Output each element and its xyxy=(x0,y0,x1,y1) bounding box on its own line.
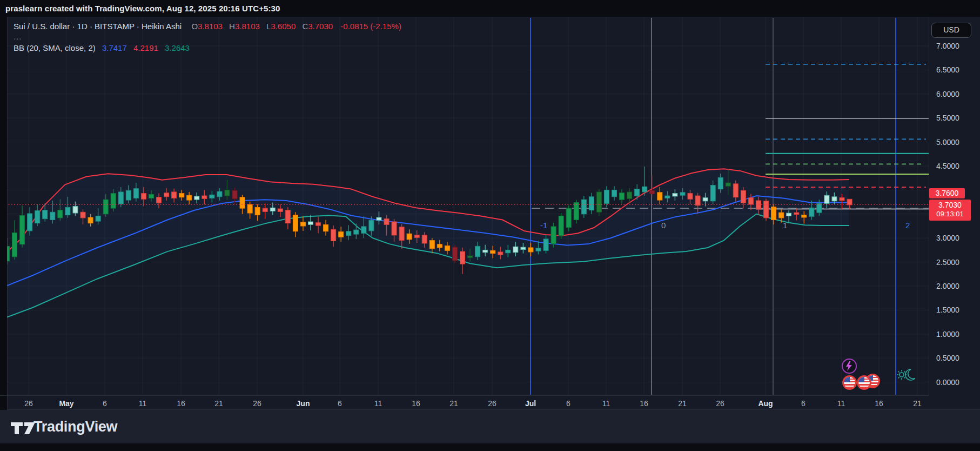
candle xyxy=(475,246,480,257)
chart-plot-area[interactable] xyxy=(0,17,929,410)
candle xyxy=(452,247,457,261)
candle xyxy=(157,197,162,203)
time-axis-label: 21 xyxy=(913,399,922,408)
candle xyxy=(361,227,366,233)
candle xyxy=(764,201,769,218)
candle xyxy=(50,212,55,220)
chart-legend: Sui / U.S. dollar · 1D · BITSTAMP · Heik… xyxy=(14,22,401,52)
candle xyxy=(566,208,571,228)
candle xyxy=(392,222,397,235)
price-axis-label: 0.0000 xyxy=(936,378,959,387)
time-axis-label: 26 xyxy=(253,399,261,408)
candle xyxy=(688,194,693,200)
candle xyxy=(635,189,640,196)
candle xyxy=(118,192,123,204)
price-axis-label: 1.5000 xyxy=(936,306,959,314)
footer-bar: TradingView xyxy=(0,410,980,443)
candle xyxy=(88,217,93,223)
alert-price-label[interactable]: 3.7600 xyxy=(929,188,965,198)
left-margin xyxy=(0,17,7,410)
candle xyxy=(172,192,177,198)
attribution-text: praslearn created with TradingView.com, … xyxy=(5,4,280,13)
candle xyxy=(346,231,351,236)
tradingview-wordmark[interactable]: TradingView xyxy=(33,419,117,435)
more-indicators-ellipsis[interactable]: ... xyxy=(14,34,401,39)
candle xyxy=(422,235,427,243)
candle xyxy=(354,230,359,234)
candle xyxy=(756,201,761,209)
candle xyxy=(733,184,738,197)
price-axis-label: 0.5000 xyxy=(936,354,959,362)
current-price-value: 3.7030 xyxy=(929,201,971,209)
candle xyxy=(247,204,252,213)
time-axis-label: 26 xyxy=(24,399,33,408)
candle xyxy=(802,215,807,217)
candle xyxy=(133,189,138,198)
time-axis-label: 6 xyxy=(103,399,107,408)
candle xyxy=(73,207,78,213)
candle xyxy=(718,177,723,189)
candle xyxy=(232,190,237,198)
candle xyxy=(202,196,207,198)
candle xyxy=(832,197,837,201)
flag-icon[interactable] xyxy=(857,375,871,390)
symbol-description[interactable]: Sui / U.S. dollar · 1D · BITSTAMP · Heik… xyxy=(14,22,182,31)
candle xyxy=(840,198,844,201)
cycle-number-label: 2 xyxy=(905,221,910,230)
candle xyxy=(285,210,290,223)
price-axis-label: 2.5000 xyxy=(936,258,959,267)
current-price-label[interactable]: 3.7030 09:13:01 xyxy=(929,200,971,221)
candle xyxy=(65,207,70,215)
candle xyxy=(437,244,442,248)
candle xyxy=(741,190,746,203)
candle xyxy=(581,200,586,214)
time-axis-label: 21 xyxy=(449,399,458,408)
price-axis-label: 2.0000 xyxy=(936,282,959,290)
time-axis-label: 16 xyxy=(177,399,185,408)
time-axis-label: 16 xyxy=(875,399,883,408)
candle xyxy=(240,197,245,208)
candle xyxy=(414,235,419,237)
candle xyxy=(809,208,814,216)
lightning-icon[interactable] xyxy=(842,359,857,374)
candle xyxy=(324,224,328,231)
candle xyxy=(126,190,131,200)
candle xyxy=(824,195,829,203)
time-axis[interactable]: 26May611162126Jun611162126Jul611162126Au… xyxy=(0,395,929,410)
candle xyxy=(620,193,625,200)
flag-icon[interactable] xyxy=(842,375,857,390)
candle xyxy=(80,212,85,218)
open-value: 3.8103 xyxy=(198,22,223,31)
change-value: -0.0815 (-2.15%) xyxy=(340,22,401,31)
candle xyxy=(308,222,313,224)
candle xyxy=(650,190,655,194)
candle xyxy=(429,241,434,249)
candle xyxy=(111,194,116,209)
candle xyxy=(331,229,336,241)
candle xyxy=(278,209,283,211)
close-value: 3.7030 xyxy=(308,22,333,31)
candle xyxy=(407,234,412,240)
high-label: H xyxy=(229,22,235,31)
candle xyxy=(703,198,708,201)
bar-countdown: 09:13:01 xyxy=(929,210,971,218)
candle xyxy=(673,194,677,196)
currency-toggle-button[interactable]: USD xyxy=(931,23,971,38)
time-axis-label: 11 xyxy=(139,399,147,408)
time-axis-label: Jul xyxy=(525,399,536,408)
sun-moon-icon[interactable] xyxy=(896,368,916,384)
candle xyxy=(179,194,184,197)
candle xyxy=(589,197,594,210)
candlestick-chart[interactable] xyxy=(0,17,929,410)
time-axis-label: 6 xyxy=(801,399,806,408)
candle xyxy=(339,232,344,237)
bb-basis-value: 3.7417 xyxy=(102,43,127,52)
candle xyxy=(225,190,230,196)
candle xyxy=(596,192,601,212)
bb-indicator-label[interactable]: BB (20, SMA, close, 2) xyxy=(14,43,96,52)
symbol-title-row[interactable]: Sui / U.S. dollar · 1D · BITSTAMP · Heik… xyxy=(14,22,401,31)
price-axis-label: 5.5000 xyxy=(936,114,959,122)
candle xyxy=(604,190,609,203)
bb-indicator-row[interactable]: BB (20, SMA, close, 2) 3.7417 4.2191 3.2… xyxy=(14,43,401,52)
price-axis-label: 4.5000 xyxy=(936,162,959,170)
